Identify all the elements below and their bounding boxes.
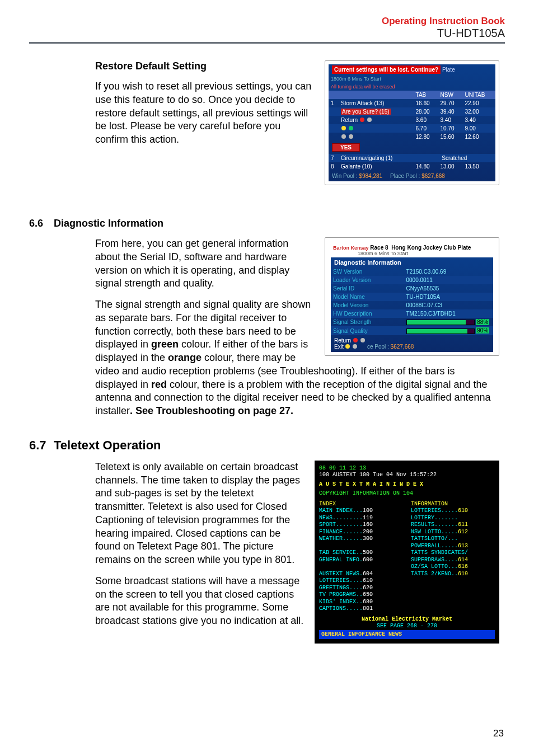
teletext-row: TATTS 2/KENO..619 [411, 571, 495, 578]
red-dot-icon [360, 118, 364, 122]
race-title: Hong Kong Jockey Club Plate [391, 245, 471, 251]
diag-table: SW VersionT2150.C3.00.69 Loader Version0… [331, 267, 493, 335]
teletext-footer2: SEE PAGE 268 - 270 [319, 623, 495, 630]
table-row: HW DescriptionTM2150.C3/TDHD1 [331, 309, 493, 318]
table-row: 7Circumnavigating (1) Scratched [329, 154, 495, 162]
grey-dot-icon [353, 344, 357, 349]
screenshot-diagnostic: Barton Kensay Race 8 Hong Kong Jockey Cl… [325, 237, 499, 356]
placepool-label: ce Pool : [367, 344, 389, 350]
teletext-row: KIDS' INDEX..680 [319, 599, 403, 606]
teletext-row [319, 564, 403, 571]
table-row: 6.7010.709.00 [329, 124, 495, 133]
teletext-row: NEWS.........119 [319, 515, 403, 522]
green-dot-icon [349, 126, 353, 130]
teletext-footer1: National Electricity Market [319, 616, 495, 623]
teletext-row: CAPTIONS.....801 [319, 605, 403, 613]
teletext-topnums: 08 09 11 12 13 [319, 465, 495, 472]
teletext-row: RESULTS.......611 [411, 522, 495, 529]
winpool-value: $984,281 [359, 173, 382, 179]
section-6-6-heading: 6.6Diagnostic Information [29, 218, 505, 229]
teletext-row: TATTS SYNDICATES/ [411, 550, 495, 557]
table-row: SW VersionT2150.C3.00.69 [331, 267, 493, 276]
yellow-dot-icon [345, 344, 350, 349]
teletext-line1: 100 AUSTEXT 100 Tue 04 Nov 15:57:22 [319, 472, 495, 479]
exit-label: Exit [334, 344, 344, 350]
race-subline: 1800m 6 Mins To Start [329, 75, 495, 83]
teletext-row: GREETINGS....620 [319, 585, 403, 592]
return-label: Return [341, 117, 358, 123]
table-row: Signal Strength 88% [331, 318, 493, 326]
teletext-row: GENERAL INFO.600 [319, 557, 403, 564]
dialog-banner: Current settings will be lost. Continue? [332, 65, 441, 74]
teletext-right-header: INFORMATION [411, 501, 495, 508]
erase-note: All tuning data will be erased [329, 83, 495, 91]
placepool-value: $627,668 [421, 173, 445, 179]
diag-header: Diagnostic Information [331, 257, 493, 267]
teletext-title: A U S T E X T M A I N I N D E X [319, 479, 495, 491]
placepool-value: $627,668 [391, 344, 414, 350]
table-row: Are you Sure? (15) 28.0039.4032.00 [329, 107, 495, 116]
screenshot-restore-default: Current settings will be lost. Continue?… [325, 60, 499, 185]
grey-dot-icon [360, 338, 365, 342]
red-dot-icon [353, 338, 358, 342]
odds-table: TABNSWUNITAB 1Storm Attack (13) 16.6029.… [329, 91, 495, 171]
race-subtitle: 1800m 6 Mins To Start [333, 251, 491, 256]
table-row: Serial IDCNyyA65535 [331, 284, 493, 293]
page-header: Operating Instruction Book TU-HDT105A [29, 16, 505, 40]
book-title: Operating Instruction Book [29, 16, 505, 27]
teletext-row: SPORT........160 [319, 522, 403, 529]
teletext-row: TATTSLOTTO/... [411, 536, 495, 543]
teletext-row: WEATHER......300 [319, 536, 403, 543]
teletext-row: AUSTEXT NEWS.604 [319, 571, 403, 578]
placepool-label: Place Pool : [390, 173, 420, 179]
teletext-row: MAIN INDEX...100 [319, 508, 403, 515]
table-row: Return 3.603.403.40 [329, 116, 495, 124]
table-row: Signal Quality 90% [331, 326, 493, 335]
yellow-dot-icon [341, 126, 346, 130]
return-label: Return [334, 337, 351, 344]
teletext-row [319, 543, 403, 550]
teletext-row: LOTTERIES.....610 [411, 508, 495, 515]
table-row: Model Version00088C.07.C3 [331, 301, 493, 309]
screenshot-teletext: 08 09 11 12 13 100 AUSTEXT 100 Tue 04 No… [315, 461, 499, 644]
plate-label: Plate [442, 67, 455, 73]
signal-quality-value: 90% [476, 327, 489, 334]
race-number: Race 8 [370, 245, 388, 251]
table-row: 12.8015.6012.60 [329, 133, 495, 141]
winpool-label: Win Pool : [332, 173, 358, 179]
signal-strength-value: 88% [476, 319, 489, 325]
teletext-row: FINANCE......200 [319, 529, 403, 536]
page-number: 23 [493, 728, 504, 739]
teletext-row: NSW LOTTO.....612 [411, 529, 495, 536]
table-row: Loader Version0000.0011 [331, 276, 493, 284]
grey-dot-icon [341, 134, 346, 139]
table-row: 1Storm Attack (13) 16.6029.7022.90 [329, 99, 495, 107]
teletext-left-header: INDEX [319, 501, 403, 508]
teletext-bottom-bar: GENERAL INFOFINANCE NEWS [319, 630, 495, 640]
yes-button[interactable]: YES [332, 143, 360, 152]
table-row: 8Galante (10) 14.8013.0013.50 [329, 162, 495, 171]
model-number: TU-HDT105A [29, 27, 505, 40]
teletext-row: POWERBALL.....613 [411, 543, 495, 550]
teletext-row: LOTTERIES....610 [319, 577, 403, 585]
header-divider [29, 42, 505, 44]
table-row: YES [329, 141, 495, 154]
teletext-row: TV PROGRAMS..650 [319, 591, 403, 599]
teletext-row: LOTTERY....... [411, 515, 495, 522]
teletext-row: TAB SERVICE..500 [319, 550, 403, 557]
teletext-row: SUPERDRAWS....614 [411, 557, 495, 564]
table-row: Model NameTU-HDT105A [331, 293, 493, 301]
teletext-copyright: COPYRIGHT INFORMATION ON 104 [319, 490, 495, 497]
teletext-row: OZ/SA LOTTO...616 [411, 564, 495, 571]
section-6-7-heading: 6.7Teletext Operation [29, 438, 505, 453]
grey-dot-icon [367, 118, 372, 122]
grey-dot-icon [349, 134, 353, 139]
